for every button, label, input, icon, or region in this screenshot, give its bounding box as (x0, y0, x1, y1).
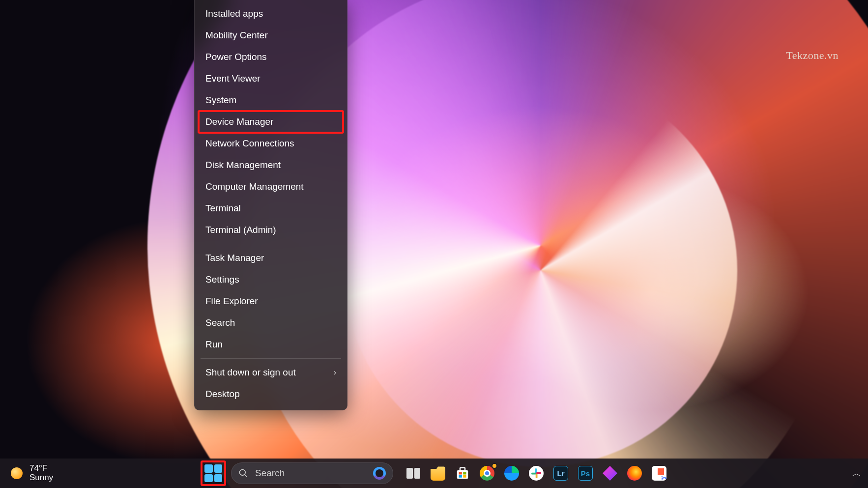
winx-item-power-options[interactable]: Power Options (199, 46, 343, 68)
winx-item-disk-management[interactable]: Disk Management (199, 154, 343, 176)
winx-item-file-explorer[interactable]: File Explorer (199, 290, 343, 312)
taskbar-app-slack[interactable] (528, 465, 545, 482)
winx-item-label: Terminal (Admin) (205, 225, 276, 235)
start-button[interactable] (204, 464, 222, 482)
taskbar-search[interactable]: Search (231, 462, 393, 484)
task-view-icon (406, 468, 420, 479)
svg-rect-6 (459, 475, 462, 478)
taskbar-weather-widget[interactable]: 74°F Sunny (0, 464, 147, 482)
menu-divider (201, 358, 341, 359)
winx-item-label: Installed apps (205, 8, 263, 19)
winx-item-device-manager[interactable]: Device Manager (199, 111, 343, 133)
lightroom-icon: Lr (553, 466, 568, 481)
taskbar-app-firefox[interactable] (626, 465, 643, 482)
svg-rect-2 (457, 470, 468, 479)
watermark-text: Tekzone.vn (786, 49, 839, 62)
taskbar-app-photoshop[interactable]: Ps (577, 465, 594, 482)
taskbar-app-microsoft-store[interactable] (454, 465, 471, 482)
taskbar-app-lightroom[interactable]: Lr (552, 465, 569, 482)
winx-item-terminal[interactable]: Terminal (199, 198, 343, 219)
winx-item-label: Task Manager (205, 253, 264, 263)
winx-item-label: Disk Management (205, 160, 281, 171)
winx-item-mobility-center[interactable]: Mobility Center (199, 25, 343, 46)
weather-text: 74°F Sunny (29, 464, 53, 482)
winx-item-label: Computer Management (205, 181, 304, 192)
winx-item-label: Run (205, 339, 223, 350)
winx-item-label: Device Manager (205, 116, 273, 127)
winx-item-settings[interactable]: Settings (199, 269, 343, 290)
svg-rect-3 (460, 468, 465, 471)
taskbar: 74°F Sunny Search LrPs ︿ (0, 459, 868, 488)
winx-item-label: Shut down or sign out (205, 367, 296, 378)
desktop-wallpaper (0, 0, 868, 488)
search-icon (238, 468, 248, 478)
winx-item-search[interactable]: Search (199, 312, 343, 334)
svg-rect-10 (531, 473, 536, 475)
winx-item-event-viewer[interactable]: Event Viewer (199, 68, 343, 89)
start-button-highlight (201, 460, 226, 486)
taskbar-app-task-view[interactable] (405, 465, 422, 482)
affinity-photo-icon (603, 466, 617, 481)
winx-item-installed-apps[interactable]: Installed apps (199, 3, 343, 25)
weather-sunny-icon (11, 467, 23, 479)
winx-item-label: File Explorer (205, 296, 258, 307)
winx-item-computer-management[interactable]: Computer Management (199, 176, 343, 198)
chevron-right-icon: › (334, 368, 336, 377)
winx-item-label: System (205, 95, 236, 106)
winx-item-system[interactable]: System (199, 89, 343, 111)
wallpaper-swirl (344, 74, 737, 467)
menu-divider (201, 244, 341, 244)
svg-rect-7 (463, 475, 466, 478)
svg-rect-5 (463, 472, 466, 475)
winx-item-task-manager[interactable]: Task Manager (199, 247, 343, 269)
taskbar-app-affinity-photo[interactable] (602, 465, 618, 482)
winx-item-run[interactable]: Run (199, 334, 343, 355)
slack-icon (529, 466, 544, 481)
svg-rect-11 (536, 473, 538, 478)
store-icon (455, 466, 470, 481)
microsoft-edge-icon (504, 466, 519, 481)
svg-line-1 (245, 475, 247, 477)
winx-item-label: Desktop (205, 389, 240, 400)
taskbar-center: Search LrPs (201, 460, 667, 486)
snipping-tool-icon (652, 466, 666, 481)
winx-item-label: Mobility Center (205, 30, 268, 41)
winx-item-label: Terminal (205, 203, 241, 214)
svg-rect-12 (536, 472, 541, 474)
winx-item-desktop[interactable]: Desktop (199, 383, 343, 405)
winx-item-label: Search (205, 317, 235, 328)
firefox-icon (627, 466, 642, 481)
taskbar-system-tray[interactable]: ︿ (852, 467, 868, 479)
weather-temp: 74°F (29, 464, 53, 473)
winx-item-network-connections[interactable]: Network Connections (199, 133, 343, 154)
svg-rect-4 (459, 472, 462, 475)
tray-overflow-icon[interactable]: ︿ (852, 467, 861, 479)
winx-item-label: Event Viewer (205, 73, 260, 84)
power-user-menu: Installed appsMobility CenterPower Optio… (194, 0, 347, 410)
file-explorer-icon (431, 466, 445, 481)
winx-item-label: Power Options (205, 52, 267, 62)
weather-condition: Sunny (29, 473, 53, 483)
bing-icon[interactable] (373, 467, 386, 480)
winx-item-shut-down-or-sign-out[interactable]: Shut down or sign out› (199, 362, 343, 383)
notification-badge (492, 463, 497, 469)
svg-point-0 (240, 470, 246, 476)
photoshop-icon: Ps (578, 466, 593, 481)
svg-point-8 (529, 466, 544, 481)
taskbar-app-file-explorer[interactable] (430, 465, 446, 482)
winx-item-label: Network Connections (205, 138, 294, 149)
taskbar-app-microsoft-edge[interactable] (503, 465, 520, 482)
winx-item-label: Settings (205, 274, 239, 285)
taskbar-pinned-apps: LrPs (405, 465, 667, 482)
taskbar-app-google-chrome[interactable] (479, 465, 495, 482)
search-placeholder: Search (255, 468, 285, 479)
taskbar-app-snipping-tool[interactable] (651, 465, 667, 482)
winx-item-terminal-admin-[interactable]: Terminal (Admin) (199, 219, 343, 241)
